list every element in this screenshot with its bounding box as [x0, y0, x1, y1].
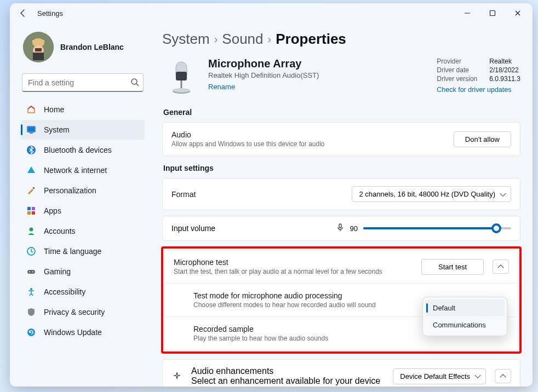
svg-point-8	[131, 79, 137, 84]
microphone-icon	[162, 57, 201, 100]
audio-sub: Allow apps and Windows to use this devic…	[171, 140, 445, 148]
chevron-up-icon	[500, 374, 506, 380]
svg-point-22	[29, 272, 30, 273]
sidebar-item-accounts[interactable]: Accounts	[21, 221, 145, 241]
dont-allow-button[interactable]: Don't allow	[454, 131, 511, 147]
close-button[interactable]	[505, 4, 530, 22]
sidebar-item-label: Bluetooth & devices	[44, 146, 112, 154]
svg-rect-15	[27, 207, 31, 210]
enh-sub: Select an enhancement available for your…	[191, 376, 384, 386]
svg-rect-1	[490, 11, 495, 16]
avatar	[23, 32, 54, 62]
svg-point-30	[173, 88, 190, 93]
meta-key: Provider	[437, 57, 480, 65]
svg-rect-6	[33, 53, 44, 60]
device-name: Microphone Array	[208, 57, 429, 70]
meta-key: Driver version	[437, 75, 480, 83]
expand-button[interactable]	[495, 369, 511, 383]
volume-value: 90	[350, 224, 358, 233]
sidebar-item-personalization[interactable]: Personalization	[21, 181, 145, 200]
sidebar-item-label: Privacy & security	[44, 308, 105, 316]
svg-rect-27	[176, 72, 187, 80]
nav-list: Home System Bluetooth & devices Network …	[21, 100, 145, 342]
volume-label: Input volume	[171, 224, 329, 233]
audio-title: Audio	[171, 130, 445, 139]
sidebar-item-label: System	[44, 125, 70, 134]
sidebar-item-label: Apps	[44, 206, 61, 215]
titlebar: Settings	[10, 3, 533, 23]
svg-rect-4	[32, 40, 44, 43]
breadcrumb: System › Sound › Properties	[162, 31, 520, 48]
sidebar-item-bluetooth[interactable]: Bluetooth & devices	[21, 140, 145, 160]
chevron-right-icon: ›	[268, 33, 272, 45]
search-icon	[130, 78, 139, 89]
mic-test-title: Microphone test	[174, 258, 413, 267]
sidebar-item-time[interactable]: Time & language	[21, 241, 145, 261]
maximize-button[interactable]	[480, 4, 505, 22]
update-icon	[26, 327, 36, 337]
format-label: Format	[171, 190, 343, 199]
chevron-right-icon: ›	[214, 33, 218, 45]
system-icon	[26, 125, 36, 135]
sidebar-item-label: Accessibility	[44, 287, 85, 296]
breadcrumb-system[interactable]: System	[162, 31, 210, 48]
search-box	[22, 73, 144, 92]
meta-key: Driver date	[437, 66, 480, 74]
network-icon	[26, 165, 36, 175]
sidebar-item-gaming[interactable]: Gaming	[21, 262, 145, 281]
sidebar-item-accessibility[interactable]: Accessibility	[21, 282, 145, 302]
mic-test-sub: Start the test, then talk or play audio …	[174, 268, 413, 275]
sidebar-item-home[interactable]: Home	[21, 100, 145, 119]
device-subtitle: Realtek High Definition Audio(SST)	[208, 71, 429, 79]
test-mode-dropdown: Default Communications	[422, 297, 507, 336]
bluetooth-icon	[26, 145, 36, 155]
rename-link[interactable]: Rename	[208, 83, 235, 91]
enhancements-card: Audio enhancements Select an enhancement…	[162, 359, 520, 387]
sidebar-item-label: Gaming	[44, 267, 71, 276]
volume-slider[interactable]	[363, 227, 511, 229]
sidebar-item-privacy[interactable]: Privacy & security	[21, 302, 145, 322]
breadcrumb-sound[interactable]: Sound	[222, 31, 263, 48]
profile-block[interactable]: Brandon LeBlanc	[21, 28, 145, 71]
chevron-up-icon	[497, 264, 503, 270]
svg-point-24	[30, 288, 32, 290]
enhancements-select[interactable]: Device Default Effects	[393, 368, 486, 384]
section-input: Input settings	[163, 164, 519, 172]
gaming-icon	[26, 267, 36, 276]
user-name: Brandon LeBlanc	[60, 43, 124, 51]
sidebar-item-apps[interactable]: Apps	[21, 201, 145, 221]
accounts-icon	[26, 226, 36, 236]
check-updates-link[interactable]: Check for driver updates	[437, 86, 511, 94]
svg-rect-18	[32, 211, 35, 215]
minimize-button[interactable]	[455, 4, 480, 22]
volume-card: Input volume 90	[162, 216, 520, 241]
sidebar-item-label: Personalization	[44, 186, 96, 195]
home-icon	[26, 105, 36, 114]
sidebar-item-label: Home	[44, 105, 64, 114]
sidebar-item-system[interactable]: System	[21, 120, 145, 140]
dropdown-option-communications[interactable]: Communications	[425, 316, 505, 333]
collapse-button[interactable]	[493, 260, 509, 274]
meta-value: 6.0.9311.3	[489, 75, 520, 83]
enh-title: Audio enhancements	[191, 366, 384, 376]
format-select[interactable]: 2 channels, 16 bit, 48000 Hz (DVD Qualit…	[352, 186, 511, 202]
sidebar-item-label: Accounts	[44, 227, 76, 235]
start-test-button[interactable]: Start test	[421, 259, 484, 275]
svg-line-9	[136, 84, 139, 86]
svg-rect-21	[27, 270, 35, 274]
app-title: Settings	[37, 9, 63, 18]
mic-icon[interactable]	[336, 223, 345, 234]
svg-rect-11	[28, 127, 35, 131]
audio-card: Audio Allow apps and Windows to use this…	[162, 122, 520, 156]
back-button[interactable]	[19, 9, 27, 18]
search-input[interactable]	[22, 73, 144, 92]
sidebar-item-network[interactable]: Network & internet	[21, 160, 145, 180]
dropdown-option-default[interactable]: Default	[425, 299, 505, 316]
driver-meta: ProviderRealtek Driver date2/18/2022 Dri…	[437, 57, 520, 94]
format-card: Format 2 channels, 16 bit, 48000 Hz (DVD…	[162, 178, 520, 210]
sidebar-item-update[interactable]: Windows Update	[21, 322, 145, 342]
accessibility-icon	[26, 287, 36, 297]
section-general: General	[163, 108, 519, 117]
breadcrumb-properties: Properties	[276, 31, 346, 48]
svg-point-23	[32, 272, 33, 273]
